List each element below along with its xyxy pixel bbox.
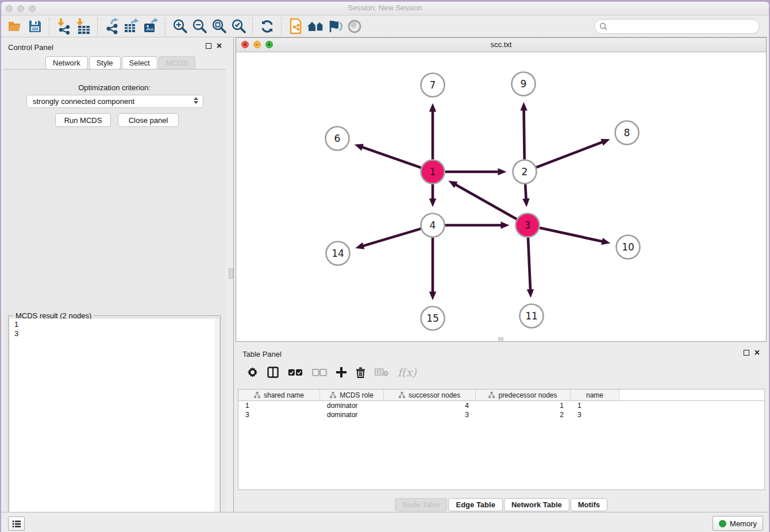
control-panel: Control Panel × Network Style Select MCD…	[1, 37, 228, 514]
column-header-shared-name[interactable]: shared name	[238, 390, 320, 400]
window-title: Session: New Session	[1, 3, 769, 12]
table-header-row: shared name MCDS role successor nodes pr…	[238, 390, 764, 401]
edge-2-3[interactable]	[525, 184, 526, 199]
task-history-button[interactable]	[8, 516, 25, 531]
graph-node-label: 4	[430, 219, 436, 231]
open-folder-icon[interactable]	[6, 17, 25, 36]
titlebar: Session: New Session	[1, 2, 769, 16]
column-type-icon	[330, 392, 336, 398]
table-row[interactable]: 3 dominator 3 2 3	[238, 410, 764, 419]
toolbar-separator	[165, 18, 166, 35]
mcds-result-scrollbar[interactable]	[214, 319, 219, 529]
zoom-selected-icon[interactable]	[229, 17, 248, 36]
zoom-fit-icon[interactable]	[209, 17, 229, 36]
graph-node-label: 7	[430, 79, 436, 91]
edge-1-6[interactable]	[361, 147, 421, 168]
splitter-handle[interactable]	[229, 268, 233, 279]
export-image-icon[interactable]	[141, 17, 161, 36]
export-table-icon[interactable]	[122, 17, 141, 36]
close-panel-icon[interactable]: ×	[217, 43, 222, 49]
table-panel-actions: ×	[744, 350, 760, 356]
export-network-icon[interactable]	[102, 17, 122, 36]
mcds-panel-content: Optimization criterion: strongly connect…	[3, 69, 225, 511]
import-table-icon[interactable]	[74, 17, 93, 36]
toolbar-separator	[252, 18, 253, 35]
select-all-checkboxes-icon[interactable]	[288, 369, 303, 376]
document-share-icon[interactable]	[286, 17, 306, 36]
edge-arrowhead	[355, 144, 364, 151]
graph-node-label: 8	[624, 127, 630, 138]
graph-node-label: 14	[332, 248, 344, 259]
table-settings-gear-icon[interactable]	[247, 367, 258, 378]
vertical-splitter[interactable]	[228, 37, 236, 514]
toolbar-separator	[49, 18, 50, 35]
eye-slash-icon[interactable]	[325, 17, 345, 36]
graph-node-label: 9	[521, 78, 527, 90]
edge-arrowhead	[501, 222, 510, 229]
column-type-icon	[254, 392, 260, 398]
zoom-out-icon[interactable]	[190, 17, 209, 36]
graph-node-label: 6	[334, 133, 341, 144]
tab-network-table[interactable]: Network Table	[504, 498, 569, 511]
network-view-titlebar: × − + scc.txt	[236, 38, 766, 52]
search-field-wrap	[594, 19, 760, 34]
sphere-icon[interactable]	[345, 17, 364, 36]
column-header-name[interactable]: name	[571, 390, 619, 400]
edge-arrowhead	[429, 199, 436, 207]
run-mcds-button[interactable]: Run MCDS	[55, 113, 111, 127]
close-panel-button[interactable]: Close panel	[118, 113, 179, 127]
column-header-successor-nodes[interactable]: successor nodes	[384, 390, 476, 400]
table-panel-title: Table Panel	[242, 350, 282, 358]
houses-icon[interactable]	[306, 17, 325, 36]
app-window: Session: New Session	[1, 2, 769, 532]
tab-motifs[interactable]: Motifs	[571, 498, 607, 511]
float-panel-icon[interactable]	[744, 350, 749, 356]
function-builder-icon[interactable]: f(x)	[398, 366, 417, 379]
control-panel-actions: ×	[206, 43, 222, 49]
tab-node-table[interactable]: Node Table	[395, 498, 448, 511]
graph-node-label: 15	[426, 313, 439, 324]
toolbar-separator	[281, 18, 282, 35]
column-header-predecessor-nodes[interactable]: predecessor nodes	[476, 390, 571, 400]
criterion-select[interactable]: strongly connected component	[26, 95, 203, 108]
tab-mcds[interactable]: MCDS	[159, 56, 195, 70]
search-icon	[599, 22, 607, 30]
deselect-all-checkboxes-icon[interactable]	[312, 369, 327, 376]
column-type-icon	[399, 392, 405, 398]
table-row[interactable]: 1 dominator 4 1 1	[238, 401, 764, 410]
tab-edge-table[interactable]: Edge Table	[448, 498, 502, 511]
graph-node-label: 2	[522, 166, 528, 178]
delete-column-icon[interactable]	[356, 367, 365, 378]
node-table: shared name MCDS role successor nodes pr…	[238, 389, 765, 490]
edge-3-10[interactable]	[540, 228, 603, 242]
import-network-icon[interactable]	[54, 17, 74, 36]
network-resize-handle[interactable]	[498, 337, 503, 341]
refresh-icon[interactable]	[257, 17, 277, 36]
add-column-icon[interactable]	[336, 367, 346, 377]
tab-style[interactable]: Style	[89, 56, 121, 70]
edge-2-9[interactable]	[524, 109, 525, 159]
delete-table-icon[interactable]	[375, 368, 388, 376]
column-header-mcds-role[interactable]: MCDS role	[320, 390, 384, 400]
list-icon	[12, 520, 21, 528]
edge-3-11[interactable]	[528, 237, 530, 290]
mcds-result-text[interactable]: 1 3	[10, 319, 214, 529]
edge-2-8[interactable]	[536, 142, 603, 167]
memory-button[interactable]: Memory	[713, 516, 763, 531]
mcds-result-box: MCDS result (2 nodes) 1 3	[8, 315, 221, 530]
show-column-icon[interactable]	[267, 367, 279, 378]
edge-arrowhead	[429, 292, 436, 300]
edge-arrowhead	[601, 238, 610, 245]
close-panel-icon[interactable]: ×	[754, 350, 760, 356]
float-panel-icon[interactable]	[206, 43, 211, 49]
edge-4-14[interactable]	[363, 229, 421, 246]
tab-network[interactable]: Network	[45, 56, 88, 70]
search-input[interactable]	[594, 19, 760, 34]
edge-3-1[interactable]	[455, 184, 517, 219]
zoom-in-icon[interactable]	[170, 17, 190, 36]
save-icon[interactable]	[25, 17, 45, 36]
graph-node-label: 10	[622, 241, 634, 253]
network-canvas[interactable]: 7968124314101511	[236, 52, 766, 341]
tab-select[interactable]: Select	[122, 56, 157, 70]
memory-label: Memory	[730, 519, 757, 528]
